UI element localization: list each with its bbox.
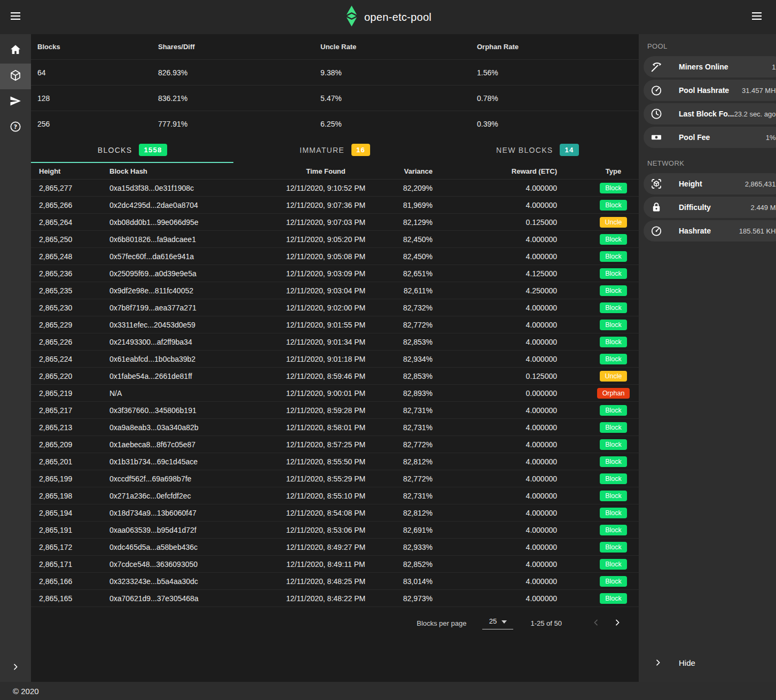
table-row[interactable]: 2,865,1710x7cdce548...363609305012/11/20… (31, 556, 639, 573)
table-row[interactable]: 2,865,2090x1aebeca8...8f67c05e8712/11/20… (31, 436, 639, 453)
table-row[interactable]: 2,865,1660x3233243e...b5a4aa30dc12/11/20… (31, 573, 639, 590)
table-row[interactable]: 2,865,2640xb08dd0b1...99e066d95e12/11/20… (31, 214, 639, 231)
type-badge: Block (600, 200, 627, 211)
height-cell: 2,865,171 (31, 560, 101, 569)
table-row[interactable]: 2,865,2360x25095f69...a0d39e9e5a12/11/20… (31, 265, 639, 282)
page-range-label: 1-25 of 50 (530, 619, 562, 627)
type-cell: Uncle (588, 371, 639, 382)
type-badge: Block (600, 422, 627, 433)
main-layout: ? BlocksShares/DiffUncle RateOrphan Rate… (0, 34, 776, 682)
table-row[interactable]: 2,865,2200x1fabe54a...2661de81ff12/11/20… (31, 368, 639, 385)
variance-cell: 82,852% (397, 560, 466, 569)
left-nav-rail: ? (0, 34, 31, 682)
table-row[interactable]: 2,865,2010x1b31b734...69c1d45ace12/11/20… (31, 453, 639, 470)
chevron-right-icon (644, 658, 667, 667)
sidebar-item-help[interactable]: ? (0, 115, 31, 141)
table-row[interactable]: 2,865,2260x21493300...af2ff9ba3412/11/20… (31, 333, 639, 351)
type-cell: Block (588, 183, 639, 193)
column-header: Time Found (254, 167, 397, 175)
chevron-right-icon (11, 663, 20, 673)
tab-new-blocks[interactable]: NEW BLOCKS14 (436, 137, 639, 163)
time-found-cell: 12/11/2020, 8:59:46 PM (254, 372, 397, 380)
stat-label: Hashrate (679, 227, 711, 235)
stats-value-cell: 0.78% (471, 94, 639, 103)
hide-label: Hide (679, 658, 695, 667)
time-found-cell: 12/11/2020, 9:01:18 PM (254, 355, 397, 363)
table-row[interactable]: 2,865,2300x7b8f7199...aea377a27112/11/20… (31, 299, 639, 316)
table-row[interactable]: 2,865,2240x61eabfcd...1b0cba39b212/11/20… (31, 351, 639, 368)
table-row[interactable]: 2,865,1910xaa063539...b95d41d72f12/11/20… (31, 522, 639, 539)
time-found-cell: 12/11/2020, 9:03:04 PM (254, 286, 397, 295)
hamburger-icon (752, 12, 762, 22)
variance-cell: 82,450% (397, 252, 466, 261)
blocks-per-page-label: Blocks per page (417, 619, 466, 627)
type-badge: Orphan (597, 388, 630, 399)
time-found-cell: 12/11/2020, 8:48:25 PM (254, 577, 397, 586)
variance-cell: 82,651% (397, 269, 466, 278)
type-badge: Block (600, 576, 627, 587)
sidebar-item-cube[interactable] (0, 64, 31, 89)
block-hash-cell: 0x7cdce548...3636093050 (101, 560, 254, 569)
table-row[interactable]: 2,865,2660x2dc4295d...2dae0a870412/11/20… (31, 197, 639, 214)
height-cell: 2,865,199 (31, 475, 101, 483)
gauge-icon (644, 84, 669, 97)
table-row[interactable]: 2,865,1980x271a236c...0efcfdf2ec12/11/20… (31, 487, 639, 504)
sidebar-item-home[interactable] (0, 38, 31, 64)
table-row[interactable]: 2,865,2170x3f367660...345806b19112/11/20… (31, 402, 639, 419)
table-row[interactable]: 2,865,2350x9df2e98e...811fc4005212/11/20… (31, 282, 639, 299)
block-hash-cell: 0xb08dd0b1...99e066d95e (101, 218, 254, 227)
menu-button-left[interactable] (0, 0, 31, 34)
table-row[interactable]: 2,865,2500x6b801826...fa9adcaee112/11/20… (31, 231, 639, 248)
block-hash-cell: 0x3f367660...345806b191 (101, 406, 254, 415)
expand-sidebar-button[interactable] (0, 663, 31, 673)
height-cell: 2,865,236 (31, 269, 101, 278)
table-row[interactable]: 2,865,2770xa15d3f38...0e31f1908c12/11/20… (31, 180, 639, 197)
table-row[interactable]: 2,865,1940x18d734a9...13b6060f4712/11/20… (31, 504, 639, 522)
time-found-cell: 12/11/2020, 9:05:08 PM (254, 252, 397, 261)
page-size-select[interactable]: 25 (482, 617, 513, 629)
height-cell: 2,865,224 (31, 355, 101, 363)
next-page-button[interactable] (607, 618, 628, 628)
stats-value-cell: 826.93% (152, 68, 314, 77)
height-cell: 2,865,248 (31, 252, 101, 261)
reward-cell: 4.000000 (466, 304, 588, 312)
type-badge: Block (600, 491, 627, 501)
table-row[interactable]: 2,865,2480x57fec60f...da616e941a12/11/20… (31, 248, 639, 265)
type-badge: Block (600, 320, 627, 330)
height-cell: 2,865,235 (31, 286, 101, 295)
type-badge: Block (600, 593, 627, 604)
tab-immature[interactable]: IMMATURE16 (233, 137, 436, 163)
hide-panel-button[interactable]: Hide (644, 651, 776, 674)
table-row[interactable]: 2,865,2130xa9a8eab3...03a340a82b12/11/20… (31, 419, 639, 436)
column-header: Variance (397, 167, 466, 175)
reward-cell: 4.000000 (466, 321, 588, 329)
reward-cell: 4.000000 (466, 423, 588, 432)
sidebar-item-send[interactable] (0, 89, 31, 115)
table-row[interactable]: 2,865,1720xdc465d5a...a58beb436c12/11/20… (31, 539, 639, 556)
table-row[interactable]: 2,865,1650xa70621d9...37e305468a12/11/20… (31, 590, 639, 607)
height-cell: 2,865,277 (31, 184, 101, 192)
type-cell: Block (588, 251, 639, 262)
block-hash-cell: 0x9df2e98e...811fc40052 (101, 286, 254, 295)
block-hash-cell: 0x6b801826...fa9adcaee1 (101, 235, 254, 244)
type-cell: Block (588, 439, 639, 450)
block-hash-cell: 0xa9a8eab3...03a340a82b (101, 423, 254, 432)
reward-cell: 4.125000 (466, 269, 588, 278)
tab-blocks[interactable]: BLOCKS1558 (31, 137, 233, 163)
variance-cell: 82,812% (397, 509, 466, 517)
table-row[interactable]: 2,865,219N/A12/11/2020, 9:00:01 PM82,893… (31, 385, 639, 402)
stat-pill-miners-online: Miners Online1 (644, 56, 776, 77)
reward-cell: 4.000000 (466, 235, 588, 244)
variance-cell: 82,731% (397, 423, 466, 432)
stats-header-cell: Shares/Diff (152, 43, 314, 51)
block-hash-cell: 0x57fec60f...da616e941a (101, 252, 254, 261)
table-row[interactable]: 2,865,1990xccdf562f...69a698b7fe12/11/20… (31, 470, 639, 487)
table-row[interactable]: 2,865,2290x3311efec...20453d0e5912/11/20… (31, 316, 639, 333)
footer: © 2020 (0, 682, 776, 700)
menu-button-right[interactable] (738, 0, 776, 34)
column-header: Block Hash (101, 167, 254, 175)
time-found-cell: 12/11/2020, 8:59:28 PM (254, 406, 397, 415)
type-cell: Block (588, 268, 639, 279)
height-cell: 2,865,166 (31, 577, 101, 586)
previous-page-button[interactable] (585, 618, 607, 628)
